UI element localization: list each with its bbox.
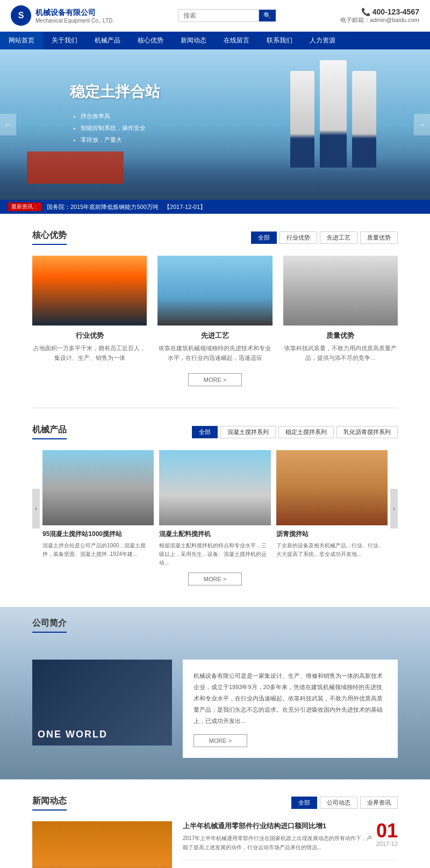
products-grid: 95混凝土搅拌站1000搅拌站 混凝土拌合站是公司产品的1000…混凝土搅拌，装… bbox=[42, 450, 388, 567]
advantage-card-2: 先进工艺 依靠在建筑机械领域独特的先进技术和专业水平，在行业内迅速崛起，迅速适应 bbox=[157, 256, 272, 363]
search-input[interactable] bbox=[178, 9, 259, 22]
products-tab-concrete[interactable]: 混凝土搅拌系列 bbox=[220, 426, 276, 438]
news-title: 新闻动态 bbox=[32, 795, 67, 811]
nav-hr[interactable]: 人力资源 bbox=[301, 32, 344, 49]
product-img-2 bbox=[159, 450, 270, 525]
hero-next-button[interactable]: → bbox=[414, 114, 430, 135]
hero-silos bbox=[290, 60, 376, 168]
products-more-button[interactable]: MORE > bbox=[188, 573, 242, 585]
products-header: 机械产品 全部 混凝土搅拌系列 稳定土搅拌系列 乳化沥青搅拌系列 bbox=[32, 424, 398, 439]
advantage-title-3: 质量优势 bbox=[283, 331, 398, 341]
news-top-desc: 2017年上半年机械通用零部件行业在国家机器上出现发展动态的所有动作下，卢能了提… bbox=[183, 834, 376, 852]
advantages-grid: 行业优势 占地面积一万多平千米，拥有员工近百人，集设计、生产、销售为一体 先进工… bbox=[32, 256, 398, 363]
nav-about[interactable]: 关于我们 bbox=[43, 32, 86, 49]
products-tab-all[interactable]: 全部 bbox=[192, 426, 218, 438]
products-tab-asphalt[interactable]: 乳化沥青搅拌系列 bbox=[336, 426, 398, 438]
company-image-box: ONE WORLD bbox=[32, 660, 172, 746]
news-top-date-num: 01 bbox=[376, 821, 398, 841]
news-grid: 01 2017-12 锐位发展策略决定减速机发展空间 减速机为什么国民经济消耗多… bbox=[32, 821, 398, 868]
product-title-2: 混凝土配料搅拌机 bbox=[159, 530, 270, 539]
product-card-3: 沥青搅拌站 了全新的设备及相关机械产品…行业、行业、大大提高了系统…坚全成功开发… bbox=[276, 450, 388, 567]
company-text-box: 机械设备有限公司是是一家集设计、生产、维修和销售为一体的高新技术企业，成立于19… bbox=[183, 660, 398, 757]
product-card-2: 混凝土配料搅拌机 根据混凝土配料搅拌机的特点和专业水平，三级以上，采用先生…设备… bbox=[159, 450, 270, 567]
company-header: 公司简介 bbox=[0, 607, 430, 638]
advantages-tab-industry[interactable]: 行业优势 bbox=[280, 232, 317, 244]
advantages-tab-all[interactable]: 全部 bbox=[251, 232, 277, 244]
advantage-img-3 bbox=[283, 256, 398, 326]
company-image: ONE WORLD bbox=[32, 660, 172, 746]
hero-prev-button[interactable]: ← bbox=[0, 114, 16, 135]
news-section: 新闻动态 全部 公司动态 业界资讯 01 2017-12 锐位发展策略决定减速机… bbox=[0, 779, 430, 868]
contact-info: 📞 400-123-4567 电子邮箱：admin@baidu.com bbox=[340, 8, 419, 24]
product-title-3: 沥青搅拌站 bbox=[276, 530, 388, 539]
phone-number: 📞 400-123-4567 bbox=[340, 8, 419, 16]
advantage-title-1: 行业优势 bbox=[32, 331, 147, 341]
email-address: 电子邮箱：admin@baidu.com bbox=[340, 16, 419, 24]
header: S 机械设备有限公司 Mechanical Equipment Co., LTD… bbox=[0, 0, 430, 32]
product-card-1: 95混凝土搅拌站1000搅拌站 混凝土拌合站是公司产品的1000…混凝土搅拌，装… bbox=[42, 450, 154, 567]
nav-products[interactable]: 机械产品 bbox=[86, 32, 129, 49]
news-tab-industry[interactable]: 业界资讯 bbox=[360, 797, 398, 809]
company-title: 公司简介 bbox=[32, 618, 67, 633]
product-desc-2: 根据混凝土配料搅拌机的特点和专业水平，三级以上，采用先生…设备、混凝土搅拌机的运… bbox=[159, 541, 270, 567]
advantage-img-2 bbox=[157, 256, 272, 326]
advantages-tab-tech[interactable]: 先进工艺 bbox=[320, 232, 357, 244]
news-top-date-ym: 2017-12 bbox=[376, 841, 398, 847]
advantage-card-3: 质量优势 依靠科技武装量，不敢力用内优质高质量产品，提供与添不尽的竞争... bbox=[283, 256, 398, 363]
search-button[interactable]: 🔍 bbox=[259, 10, 276, 21]
advantage-desc-1: 占地面积一万多平千米，拥有员工近百人，集设计、生产、销售为一体 bbox=[32, 344, 147, 363]
products-section: 机械产品 全部 混凝土搅拌系列 稳定土搅拌系列 乳化沥青搅拌系列 ‹ 95混凝土… bbox=[0, 408, 430, 607]
news-header: 新闻动态 全部 公司动态 业界资讯 bbox=[32, 795, 398, 811]
news-top-article: 01 2017-12 上半年机械通用零部件行业结构进口额同比增1 2017年上半… bbox=[183, 821, 398, 860]
logo-icon: S bbox=[11, 5, 31, 26]
advantages-header: 核心优势 全部 行业优势 先进工艺 质量优势 bbox=[32, 230, 398, 245]
company-description: 机械设备有限公司是是一家集设计、生产、维修和销售为一体的高新技术企业，成立于19… bbox=[194, 670, 387, 726]
products-slider: ‹ 95混凝土搅拌站1000搅拌站 混凝土拌合站是公司产品的1000…混凝土搅拌… bbox=[32, 450, 398, 567]
advantage-img-1 bbox=[32, 256, 147, 326]
news-tabs: 全部 公司动态 业界资讯 bbox=[291, 797, 398, 809]
product-img-3 bbox=[276, 450, 388, 525]
news-top-title[interactable]: 上半年机械通用零部件行业结构进口额同比增1 bbox=[183, 821, 376, 831]
advantages-more-button[interactable]: MORE > bbox=[188, 373, 242, 386]
products-tab-stable[interactable]: 稳定土搅拌系列 bbox=[278, 426, 334, 438]
company-section: 公司简介 ONE WORLD 机械设备有限公司是是一家集设计、生产、维修和销售为… bbox=[0, 607, 430, 779]
hero-content: 稳定土拌合站 拌合效率高 智能控制系统，操作安全 零排放，产量大 bbox=[70, 82, 160, 146]
logo: S 机械设备有限公司 Mechanical Equipment Co., LTD… bbox=[11, 5, 114, 26]
hero-title: 稳定土拌合站 bbox=[70, 82, 160, 102]
advantage-card-1: 行业优势 占地面积一万多平千米，拥有员工近百人，集设计、生产、销售为一体 bbox=[32, 256, 147, 363]
hero-features: 拌合效率高 智能控制系统，操作安全 零排放，产量大 bbox=[70, 110, 160, 146]
company-content: ONE WORLD 机械设备有限公司是是一家集设计、生产、维修和销售为一体的高新… bbox=[0, 638, 430, 779]
product-desc-1: 混凝土拌合站是公司产品的1000…混凝土搅拌，装备坚固、混凝土搅拌..1924年… bbox=[42, 541, 154, 559]
news-tab-all[interactable]: 全部 bbox=[291, 797, 317, 809]
news-list: 01 2017-12 上半年机械通用零部件行业结构进口额同比增1 2017年上半… bbox=[183, 821, 398, 868]
nav-home[interactable]: 网站首页 bbox=[0, 32, 43, 49]
news-ticker-text: 国务院：2015年底前降低炼钢能力500万吨 bbox=[47, 203, 159, 211]
company-one-world: ONE WORLD bbox=[38, 729, 108, 740]
product-img-1 bbox=[42, 450, 154, 525]
products-next-button[interactable]: › bbox=[390, 489, 398, 529]
product-desc-3: 了全新的设备及相关机械产品…行业、行业、大大提高了系统…坚全成功开发地… bbox=[276, 541, 388, 559]
main-nav: 网站首页 关于我们 机械产品 核心优势 新闻动态 在线留言 联系我们 人力资源 bbox=[0, 32, 430, 49]
nav-message[interactable]: 在线留言 bbox=[215, 32, 258, 49]
news-main-article: 01 2017-12 锐位发展策略决定减速机发展空间 减速机为什么国民经济消耗多… bbox=[32, 821, 172, 868]
logo-text: 机械设备有限公司 Mechanical Equipment Co., LTD. bbox=[35, 8, 114, 24]
advantages-tab-quality[interactable]: 质量优势 bbox=[360, 232, 398, 244]
company-more-button[interactable]: MORE > bbox=[194, 734, 247, 747]
products-tabs: 全部 混凝土搅拌系列 稳定土搅拌系列 乳化沥青搅拌系列 bbox=[192, 426, 398, 438]
products-title: 机械产品 bbox=[32, 424, 67, 439]
news-ticker: 最新资讯： 国务院：2015年底前降低炼钢能力500万吨 【2017-12-01… bbox=[0, 200, 430, 214]
advantage-desc-3: 依靠科技武装量，不敢力用内优质高质量产品，提供与添不尽的竞争... bbox=[283, 344, 398, 363]
news-tab-company[interactable]: 公司动态 bbox=[320, 797, 357, 809]
nav-contact[interactable]: 联系我们 bbox=[258, 32, 301, 49]
advantages-title: 核心优势 bbox=[32, 230, 67, 245]
hero-banner: 稳定土拌合站 拌合效率高 智能控制系统，操作安全 零排放，产量大 ← → bbox=[0, 49, 430, 200]
advantages-tabs: 全部 行业优势 先进工艺 质量优势 bbox=[251, 232, 398, 244]
news-label: 最新资讯： bbox=[8, 202, 41, 211]
search-form: 🔍 bbox=[178, 9, 276, 22]
nav-news[interactable]: 新闻动态 bbox=[172, 32, 215, 49]
news-ticker-date: 【2017-12-01】 bbox=[164, 203, 206, 211]
nav-advantages[interactable]: 核心优势 bbox=[129, 32, 172, 49]
products-prev-button[interactable]: ‹ bbox=[32, 489, 40, 529]
advantage-desc-2: 依靠在建筑机械领域独特的先进技术和专业水平，在行业内迅速崛起，迅速适应 bbox=[157, 344, 272, 363]
advantage-title-2: 先进工艺 bbox=[157, 331, 272, 341]
